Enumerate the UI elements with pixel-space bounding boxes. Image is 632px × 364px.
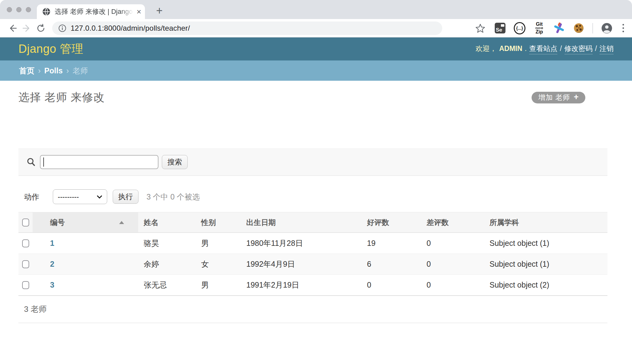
page-title: 选择 老师 来修改 bbox=[18, 90, 105, 105]
cell-gender: 男 bbox=[197, 280, 243, 290]
cell-subject: Subject object (2) bbox=[485, 281, 607, 289]
browser-toolbar: 127.0.0.1:8000/admin/polls/teacher/ Se {… bbox=[0, 19, 632, 37]
cell-birthday: 1992年4月9日 bbox=[243, 259, 362, 269]
back-button[interactable] bbox=[6, 21, 20, 35]
site-brand[interactable]: Django 管理 bbox=[18, 41, 83, 57]
link-separator: / bbox=[595, 45, 597, 53]
content-bottom-divider bbox=[18, 323, 607, 323]
cell-name: 骆昊 bbox=[138, 238, 197, 248]
search-input[interactable] bbox=[40, 155, 158, 169]
breadcrumb-separator: › bbox=[38, 66, 41, 75]
django-admin-header: Django 管理 欢迎， ADMIN. 查看站点 / 修改密码 / 注销 bbox=[0, 37, 632, 60]
dot-text: . bbox=[525, 45, 527, 53]
column-header-id[interactable]: 编号 bbox=[33, 212, 138, 232]
row-id-link[interactable]: 2 bbox=[50, 260, 54, 268]
column-header-downvotes[interactable]: 差评数 bbox=[422, 218, 485, 227]
link-separator: / bbox=[560, 45, 562, 53]
sort-ascending-icon[interactable] bbox=[119, 221, 124, 224]
cell-downvotes: 0 bbox=[422, 260, 485, 269]
tab-title: 选择 老师 来修改 | Django 站点管理 bbox=[55, 7, 135, 16]
new-tab-button[interactable]: + bbox=[152, 4, 166, 18]
change-password-link[interactable]: 修改密码 bbox=[564, 44, 593, 54]
extension-cookie-icon[interactable] bbox=[573, 22, 584, 34]
row-checkbox[interactable] bbox=[22, 281, 29, 289]
breadcrumb-current: 老师 bbox=[72, 66, 88, 76]
bookmark-star-icon[interactable] bbox=[474, 22, 486, 34]
browser-window: 选择 老师 来修改 | Django 站点管理 × + 127.0.0.1:80… bbox=[0, 0, 632, 364]
action-label: 动作 bbox=[24, 192, 39, 202]
search-button[interactable]: 搜索 bbox=[162, 155, 188, 169]
row-checkbox[interactable] bbox=[22, 239, 29, 247]
action-select[interactable]: --------- bbox=[53, 189, 107, 204]
tab-strip: 选择 老师 来修改 | Django 站点管理 × + bbox=[0, 0, 632, 19]
column-header-id-label: 编号 bbox=[33, 218, 65, 227]
extension-x-icon[interactable] bbox=[553, 22, 565, 34]
view-site-link[interactable]: 查看站点 bbox=[529, 44, 557, 54]
chevron-down-icon bbox=[97, 195, 102, 199]
action-go-button[interactable]: 执行 bbox=[113, 190, 138, 204]
row-id-link[interactable]: 3 bbox=[50, 281, 54, 289]
paginator-count: 3 老师 bbox=[18, 296, 607, 315]
cell-downvotes: 0 bbox=[422, 281, 485, 289]
user-tools: 欢迎， ADMIN. 查看站点 / 修改密码 / 注销 bbox=[475, 44, 614, 54]
plus-icon: + bbox=[574, 93, 579, 101]
select-all-checkbox[interactable] bbox=[22, 219, 29, 227]
actions-bar: 动作 --------- 执行 3 个中 0 个被选 bbox=[24, 189, 607, 204]
table-row: 3 张无忌 男 1991年2月19日 0 0 Subject object (2… bbox=[18, 274, 607, 295]
minimize-window-button[interactable] bbox=[16, 7, 21, 12]
selection-counter: 3 个中 0 个被选 bbox=[146, 192, 200, 202]
column-header-subject[interactable]: 所属学科 bbox=[485, 218, 607, 227]
cell-downvotes: 0 bbox=[422, 239, 485, 248]
cell-birthday: 1980年11月28日 bbox=[243, 238, 362, 248]
action-selected-value: --------- bbox=[58, 193, 79, 201]
result-table: 编号 姓名 性别 出生日期 好评数 差评数 所属学科 1 骆昊 男 1980年1… bbox=[18, 212, 607, 296]
extension-gitzip-icon[interactable]: Git Zip bbox=[533, 22, 545, 34]
cell-upvotes: 6 bbox=[362, 260, 422, 269]
cell-name: 张无忌 bbox=[138, 280, 197, 290]
table-header-row: 编号 姓名 性别 出生日期 好评数 差评数 所属学科 bbox=[18, 212, 607, 233]
logout-link[interactable]: 注销 bbox=[599, 44, 614, 54]
extension-json-viewer-icon[interactable]: {...} bbox=[514, 22, 525, 34]
welcome-text: 欢迎， bbox=[475, 44, 497, 53]
table-row: 2 余婷 女 1992年4月9日 6 0 Subject object (1) bbox=[18, 254, 607, 274]
username-text: ADMIN bbox=[499, 45, 522, 53]
cell-birthday: 1991年2月19日 bbox=[243, 280, 362, 290]
column-header-upvotes[interactable]: 好评数 bbox=[362, 218, 422, 227]
column-header-birthday[interactable]: 出生日期 bbox=[243, 218, 362, 227]
site-info-icon[interactable] bbox=[58, 24, 66, 32]
favicon-globe-icon bbox=[42, 8, 50, 16]
search-icon bbox=[26, 157, 36, 167]
column-header-gender[interactable]: 性别 bbox=[197, 218, 243, 227]
url-text[interactable]: 127.0.0.1:8000/admin/polls/teacher/ bbox=[71, 24, 190, 33]
cell-gender: 女 bbox=[197, 259, 243, 269]
browser-menu-icon[interactable] bbox=[621, 24, 626, 32]
column-header-name[interactable]: 姓名 bbox=[138, 218, 197, 227]
profile-avatar-icon[interactable] bbox=[601, 22, 613, 34]
extension-se-recorder-icon[interactable]: Se bbox=[494, 22, 506, 34]
search-module: 搜索 bbox=[18, 149, 607, 176]
add-teacher-label: 增加 老师 bbox=[538, 93, 570, 102]
cell-gender: 男 bbox=[197, 238, 243, 248]
cell-subject: Subject object (1) bbox=[485, 239, 607, 248]
cell-upvotes: 0 bbox=[362, 281, 422, 289]
breadcrumb-home-link[interactable]: 首页 bbox=[19, 66, 34, 76]
add-teacher-button[interactable]: 增加 老师 + bbox=[532, 92, 585, 103]
cell-subject: Subject object (1) bbox=[485, 260, 607, 269]
cell-upvotes: 19 bbox=[362, 239, 422, 248]
breadcrumb-separator: › bbox=[66, 66, 69, 75]
forward-button[interactable] bbox=[20, 21, 34, 35]
row-checkbox[interactable] bbox=[22, 260, 29, 268]
reload-button[interactable] bbox=[34, 21, 48, 35]
cell-name: 余婷 bbox=[138, 259, 197, 269]
breadcrumb-app-link[interactable]: Polls bbox=[44, 66, 63, 75]
tab-close-icon[interactable]: × bbox=[137, 8, 141, 16]
content-area: 选择 老师 来修改 增加 老师 + 搜索 动作 --------- 执行 3 bbox=[0, 90, 632, 323]
close-window-button[interactable] bbox=[7, 7, 12, 12]
toolbar-divider bbox=[592, 23, 593, 33]
text-caret bbox=[43, 157, 44, 167]
row-id-link[interactable]: 1 bbox=[50, 239, 54, 247]
address-bar[interactable]: 127.0.0.1:8000/admin/polls/teacher/ bbox=[52, 21, 442, 35]
window-controls bbox=[7, 7, 31, 12]
zoom-window-button[interactable] bbox=[26, 7, 31, 12]
browser-tab[interactable]: 选择 老师 来修改 | Django 站点管理 × bbox=[37, 4, 145, 19]
